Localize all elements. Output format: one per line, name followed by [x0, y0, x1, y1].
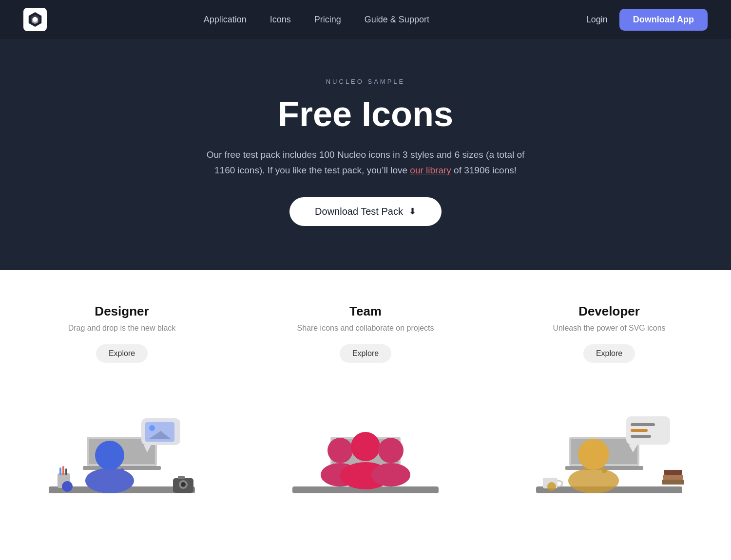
download-test-pack-button[interactable]: Download Test Pack ⬇ — [289, 197, 442, 226]
svg-rect-46 — [631, 423, 655, 426]
svg-rect-20 — [65, 468, 67, 475]
feature-developer-subtitle: Unleash the power of SVG icons — [553, 324, 665, 333]
svg-point-11 — [95, 441, 124, 470]
explore-developer-button[interactable]: Explore — [583, 344, 635, 363]
svg-point-15 — [149, 425, 155, 431]
svg-rect-25 — [178, 476, 185, 479]
feature-team-subtitle: Share icons and collaborate on projects — [297, 324, 434, 333]
explore-designer-button[interactable]: Explore — [96, 344, 148, 363]
logo[interactable] — [23, 8, 47, 31]
navbar-right: Login Download App — [586, 9, 708, 31]
svg-point-31 — [327, 438, 353, 463]
navbar: Application Icons Pricing Guide & Suppor… — [0, 0, 731, 39]
svg-point-21 — [62, 481, 73, 492]
svg-point-33 — [351, 432, 380, 461]
download-icon: ⬇ — [409, 206, 416, 217]
svg-rect-51 — [663, 475, 683, 480]
svg-point-53 — [547, 482, 556, 491]
feature-developer: Developer Unleash the power of SVG icons… — [487, 304, 731, 515]
svg-point-4 — [33, 17, 38, 22]
svg-rect-52 — [664, 470, 682, 475]
nav-guide-support[interactable]: Guide & Support — [365, 15, 429, 25]
navbar-links: Application Icons Pricing Guide & Suppor… — [204, 15, 429, 25]
download-test-pack-label: Download Test Pack — [315, 206, 403, 217]
feature-designer: Designer Drag and drop is the new black … — [0, 304, 244, 515]
features-section: Designer Drag and drop is the new black … — [0, 270, 731, 515]
svg-point-36 — [371, 463, 410, 486]
svg-rect-47 — [631, 429, 648, 432]
hero-title: Free Icons — [23, 95, 708, 133]
designer-illustration — [34, 378, 210, 515]
feature-designer-title: Designer — [95, 304, 149, 319]
svg-point-42 — [568, 468, 619, 493]
svg-rect-19 — [62, 466, 64, 475]
svg-point-35 — [378, 438, 404, 463]
download-app-button[interactable]: Download App — [619, 9, 708, 31]
developer-illustration — [521, 378, 697, 515]
nav-pricing[interactable]: Pricing — [314, 15, 341, 25]
hero-eyebrow: NUCLEO SAMPLE — [23, 78, 708, 85]
feature-team-title: Team — [349, 304, 382, 319]
svg-point-24 — [181, 482, 186, 487]
feature-developer-title: Developer — [578, 304, 640, 319]
svg-rect-50 — [662, 480, 684, 485]
feature-designer-subtitle: Drag and drop is the new black — [68, 324, 176, 333]
library-link[interactable]: our library — [410, 165, 451, 175]
team-illustration — [278, 378, 453, 515]
svg-rect-18 — [59, 467, 61, 475]
nav-icons[interactable]: Icons — [270, 15, 291, 25]
svg-point-10 — [85, 468, 134, 493]
hero-description: Our free test pack includes 100 Nucleo i… — [200, 147, 531, 178]
nav-application[interactable]: Application — [204, 15, 247, 25]
svg-rect-48 — [631, 435, 651, 438]
feature-team: Team Share icons and collaborate on proj… — [244, 304, 487, 515]
svg-point-43 — [578, 439, 609, 470]
explore-team-button[interactable]: Explore — [340, 344, 391, 363]
hero-section: NUCLEO SAMPLE Free Icons Our free test p… — [0, 39, 731, 270]
login-link[interactable]: Login — [586, 15, 608, 25]
